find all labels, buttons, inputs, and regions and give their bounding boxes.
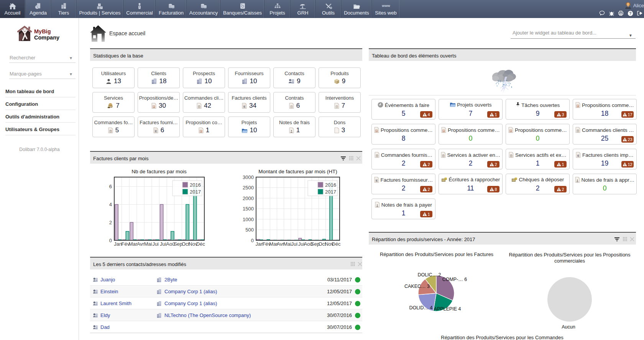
svg-text:Nb de factures par mois: Nb de factures par mois — [131, 169, 187, 174]
svg-text:P: P — [376, 130, 377, 132]
svg-text:2500: 2500 — [243, 185, 254, 191]
svg-text:Mai: Mai — [283, 241, 291, 247]
svg-text:www: www — [382, 4, 390, 8]
svg-text:Déc: Déc — [332, 241, 341, 247]
svg-text:?: ? — [629, 11, 631, 16]
svg-text:P: P — [153, 105, 154, 108]
svg-text:€: € — [578, 154, 579, 157]
svg-text:2: 2 — [109, 220, 112, 225]
svg-text:0: 0 — [251, 238, 254, 243]
svg-text:o: o — [511, 154, 512, 157]
svg-text:Jan: Jan — [114, 241, 122, 247]
svg-text:Montant de factures par mois (: Montant de factures par mois (HT) — [258, 169, 337, 174]
svg-text:P: P — [577, 105, 578, 107]
svg-text:Mar: Mar — [129, 241, 138, 247]
svg-text:1500: 1500 — [243, 206, 254, 212]
svg-text:P: P — [510, 130, 511, 132]
svg-text:500: 500 — [245, 227, 254, 233]
svg-text:2017: 2017 — [325, 189, 336, 195]
svg-text:o: o — [376, 154, 378, 157]
svg-text:1000: 1000 — [243, 217, 254, 222]
svg-text:Jui: Jui — [152, 241, 159, 247]
svg-text:Mai: Mai — [144, 241, 152, 247]
svg-text:6: 6 — [109, 184, 112, 189]
svg-text:2016: 2016 — [190, 182, 201, 188]
svg-text:o: o — [110, 130, 112, 133]
svg-text:3000: 3000 — [243, 174, 254, 180]
svg-text:Avr: Avr — [137, 241, 145, 247]
svg-text:Déc: Déc — [196, 241, 205, 247]
svg-text:MyBig: MyBig — [34, 28, 51, 34]
svg-text:o: o — [336, 105, 338, 108]
svg-text:€: € — [376, 179, 377, 182]
svg-text:2016: 2016 — [325, 182, 336, 188]
svg-text:P: P — [443, 130, 444, 132]
svg-text:o: o — [291, 105, 292, 108]
svg-text:4: 4 — [109, 202, 112, 207]
svg-text:P: P — [200, 130, 202, 133]
svg-text:0: 0 — [109, 238, 112, 243]
svg-text:Jui: Jui — [160, 241, 166, 247]
svg-text:o: o — [443, 154, 444, 157]
svg-text:Jui: Jui — [291, 241, 298, 247]
svg-text:o: o — [577, 130, 579, 132]
svg-text:€: € — [244, 105, 245, 108]
svg-text:Sep: Sep — [174, 241, 182, 247]
svg-text:Company: Company — [34, 34, 59, 41]
svg-text:2017: 2017 — [190, 189, 201, 195]
svg-text:2000: 2000 — [243, 195, 254, 201]
svg-text:o: o — [199, 105, 200, 108]
svg-text:€: € — [155, 130, 156, 133]
